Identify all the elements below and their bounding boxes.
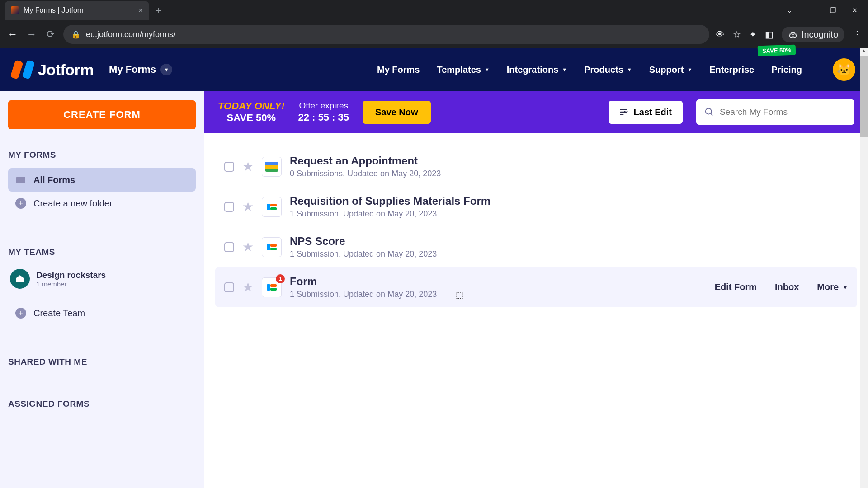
last-edit-label: Last Edit (634, 107, 672, 117)
form-row[interactable]: ★ 1 Form 1 Submission. Updated on May 20… (215, 267, 857, 307)
expire-timer: 22 : 55 : 35 (298, 112, 349, 123)
expire-label: Offer expires (298, 101, 349, 111)
tab-favicon-icon (11, 6, 19, 14)
edit-form-button[interactable]: Edit Form (715, 282, 757, 292)
incognito-icon (788, 29, 798, 39)
close-icon[interactable]: × (138, 6, 143, 15)
search-icon (704, 107, 714, 117)
promo-expire: Offer expires 22 : 55 : 35 (298, 101, 349, 123)
all-forms-label: All Forms (33, 175, 75, 185)
browser-chrome: My Forms | Jotform × + ⌄ ― ❐ ✕ ← → ⟳ 🔒 e… (0, 0, 868, 48)
save-now-button[interactable]: Save Now (363, 101, 430, 124)
chevron-down-icon: ▼ (485, 67, 490, 72)
sidebar-item-team[interactable]: Design rockstars 1 member (8, 265, 196, 292)
form-title: Request an Appointment (290, 155, 848, 167)
reload-icon[interactable]: ⟳ (44, 28, 57, 40)
divider (8, 226, 196, 226)
address-bar[interactable]: 🔒 eu.jotform.com/myforms/ (63, 25, 709, 44)
search-box[interactable] (696, 99, 854, 125)
nav-pricing[interactable]: Pricing (771, 65, 802, 75)
promo-text: TODAY ONLY! SAVE 50% (218, 100, 285, 124)
incognito-badge[interactable]: Incognito (782, 27, 844, 42)
context-switcher[interactable]: My Forms ▾ (109, 64, 172, 75)
minimize-icon[interactable]: ― (807, 6, 816, 14)
logo[interactable]: Jotform (13, 60, 94, 80)
nav-enterprise[interactable]: Enterprise (709, 65, 754, 75)
kebab-menu-icon[interactable]: ⋮ (853, 29, 862, 40)
sidebar-item-new-folder[interactable]: + Create a new folder (8, 192, 196, 215)
svg-point-1 (793, 34, 796, 37)
form-type-icon (262, 157, 282, 177)
promo-line1: TODAY ONLY! (218, 100, 285, 112)
scrollbar[interactable]: ▲ (860, 48, 868, 488)
checkbox[interactable] (224, 282, 234, 292)
star-icon[interactable]: ★ (242, 159, 254, 174)
nav-products[interactable]: Products▼ (584, 65, 632, 75)
tab-title: My Forms | Jotform (24, 6, 133, 14)
url-text: eu.jotform.com/myforms/ (86, 30, 175, 39)
new-tab-button[interactable]: + (156, 4, 162, 17)
row-actions: Edit Form Inbox More ▼ (715, 282, 848, 292)
browser-toolbar: ← → ⟳ 🔒 eu.jotform.com/myforms/ 👁 ☆ ✦ ◧ … (0, 21, 868, 48)
chevron-down-icon: ▼ (842, 284, 848, 291)
checkbox[interactable] (224, 162, 234, 172)
section-my-teams: MY TEAMS (8, 247, 196, 257)
browser-tab[interactable]: My Forms | Jotform × (5, 1, 149, 20)
scrollbar-thumb[interactable] (860, 56, 868, 137)
nav-templates[interactable]: Templates▼ (437, 65, 489, 75)
form-meta: 0 Submissions. Updated on May 20, 2023 (290, 169, 848, 178)
checkbox[interactable] (224, 202, 234, 212)
side-panel-icon[interactable]: ◧ (765, 29, 774, 40)
chevron-down-icon: ▼ (562, 67, 567, 72)
close-window-icon[interactable]: ✕ (850, 6, 859, 14)
create-team-label: Create Team (33, 308, 85, 319)
svg-point-0 (789, 34, 793, 37)
promo-line2: SAVE 50% (218, 112, 285, 124)
nav-support[interactable]: Support▼ (649, 65, 693, 75)
form-meta: 1 Submission. Updated on May 20, 2023 (290, 249, 848, 259)
section-my-forms: MY FORMS (8, 150, 196, 160)
search-input[interactable] (720, 107, 846, 117)
nav-my-forms[interactable]: My Forms (377, 65, 420, 75)
maximize-icon[interactable]: ❐ (828, 6, 837, 14)
tab-strip: My Forms | Jotform × + ⌄ ― ❐ ✕ (0, 0, 868, 21)
chevron-down-icon: ▼ (687, 67, 692, 72)
avatar[interactable]: 🐱 (833, 58, 855, 81)
logo-text: Jotform (38, 61, 94, 79)
main-area: TODAY ONLY! SAVE 50% Offer expires 22 : … (204, 91, 868, 488)
nav-integrations[interactable]: Integrations▼ (507, 65, 567, 75)
forward-icon[interactable]: → (25, 28, 38, 40)
form-row[interactable]: ★ Requisition of Supplies Materials Form… (215, 187, 857, 227)
star-icon[interactable]: ★ (242, 239, 254, 254)
checkbox[interactable] (224, 242, 234, 252)
scroll-up-icon[interactable]: ▲ (860, 48, 868, 56)
sort-icon (619, 107, 629, 117)
form-row[interactable]: ★ Request an Appointment 0 Submissions. … (215, 146, 857, 187)
nav-products-label: Products (584, 65, 623, 75)
create-form-button[interactable]: CREATE FORM (8, 100, 196, 129)
chevron-down-icon: ▾ (160, 64, 172, 75)
logo-icon (13, 60, 33, 80)
inbox-button[interactable]: Inbox (775, 282, 799, 292)
svg-line-3 (711, 113, 713, 116)
star-icon[interactable]: ★ (242, 199, 254, 214)
star-icon[interactable]: ★ (242, 280, 254, 295)
nav-integrations-label: Integrations (507, 65, 558, 75)
sidebar: CREATE FORM MY FORMS All Forms + Create … (0, 91, 204, 488)
window-controls: ⌄ ― ❐ ✕ (785, 6, 868, 14)
eye-off-icon[interactable]: 👁 (716, 29, 725, 40)
more-button[interactable]: More ▼ (817, 282, 848, 292)
form-row[interactable]: ★ NPS Score 1 Submission. Updated on May… (215, 227, 857, 267)
tab-search-icon[interactable]: ⌄ (785, 6, 794, 14)
notification-badge: 1 (276, 274, 285, 283)
sidebar-item-create-team[interactable]: + Create Team (8, 301, 196, 325)
sidebar-item-all-forms[interactable]: All Forms (8, 168, 196, 192)
last-edit-button[interactable]: Last Edit (609, 101, 683, 124)
bookmark-star-icon[interactable]: ☆ (733, 29, 741, 40)
plus-circle-icon: + (15, 308, 26, 319)
back-icon[interactable]: ← (6, 28, 19, 40)
folder-icon (15, 174, 26, 185)
extensions-icon[interactable]: ✦ (749, 29, 757, 40)
divider (8, 378, 196, 378)
form-type-icon: 1 (262, 277, 282, 297)
